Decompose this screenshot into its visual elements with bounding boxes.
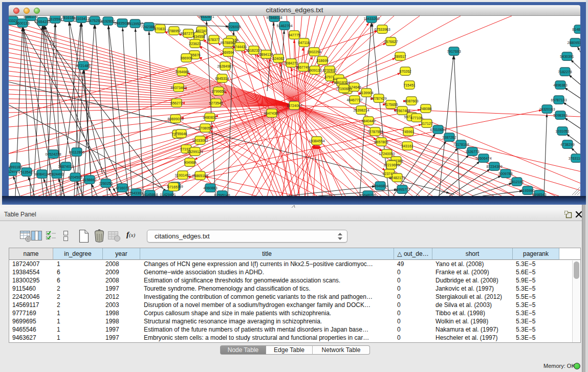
svg-text:51462704: 51462704	[276, 24, 292, 28]
svg-text:97848018: 97848018	[266, 16, 282, 19]
svg-text:671657: 671657	[167, 185, 179, 189]
svg-text:72787558: 72787558	[367, 130, 383, 134]
svg-text:6204505: 6204505	[68, 176, 82, 179]
svg-text:3387262: 3387262	[442, 136, 456, 139]
svg-text:61595148: 61595148	[214, 193, 230, 196]
svg-text:755646: 755646	[175, 132, 187, 136]
svg-text:73178108: 73178108	[453, 143, 469, 146]
svg-text:1326773: 1326773	[465, 150, 479, 154]
svg-text:434558: 434558	[193, 35, 205, 38]
svg-text:0139904: 0139904	[359, 91, 373, 95]
svg-text:4192832: 4192832	[101, 19, 115, 23]
svg-text:1824493: 1824493	[50, 172, 63, 176]
svg-text:5430391: 5430391	[560, 55, 574, 58]
svg-text:6475255: 6475255	[88, 19, 101, 23]
svg-text:7182278: 7182278	[558, 70, 572, 74]
svg-text:317127: 317127	[421, 122, 432, 125]
svg-text:9909133: 9909133	[308, 69, 321, 72]
svg-text:5840449: 5840449	[361, 119, 375, 123]
svg-text:4216073: 4216073	[115, 186, 129, 190]
svg-text:1232812: 1232812	[322, 69, 336, 72]
svg-text:9480831: 9480831	[203, 116, 216, 119]
svg-text:904966: 904966	[184, 161, 195, 164]
svg-text:1615594: 1615594	[48, 17, 62, 21]
svg-text:29946804: 29946804	[372, 184, 388, 188]
svg-text:93103413: 93103413	[73, 17, 89, 20]
svg-text:870831: 870831	[154, 27, 166, 31]
svg-text:36995777: 36995777	[394, 188, 410, 191]
svg-text:9600133: 9600133	[15, 21, 29, 25]
svg-text:9894134: 9894134	[259, 53, 273, 56]
svg-text:5009788: 5009788	[498, 172, 512, 176]
svg-text:80699016: 80699016	[167, 117, 183, 121]
svg-text:77190659: 77190659	[336, 87, 352, 91]
svg-text:07482175: 07482175	[389, 176, 405, 180]
svg-text:80112805: 80112805	[69, 150, 85, 154]
svg-text:02787429: 02787429	[371, 97, 386, 100]
svg-text:4738299: 4738299	[560, 143, 574, 146]
svg-text:02606474: 02606474	[475, 157, 491, 160]
svg-text:248086: 248086	[420, 107, 431, 111]
svg-text:369594: 369594	[222, 51, 234, 54]
svg-text:89373467: 89373467	[170, 86, 186, 90]
svg-text:4060883: 4060883	[203, 186, 217, 190]
svg-text:65648236: 65648236	[360, 193, 376, 196]
svg-text:25135427: 25135427	[18, 170, 34, 174]
svg-text:05865185: 05865185	[192, 174, 208, 178]
svg-text:13433200: 13433200	[363, 17, 379, 20]
svg-text:477109: 477109	[410, 116, 422, 120]
svg-text:3799650: 3799650	[211, 90, 225, 93]
svg-text:1708053: 1708053	[198, 126, 212, 130]
svg-text:35182337: 35182337	[246, 49, 262, 52]
svg-text:5273545: 5273545	[209, 101, 223, 105]
svg-text:7917693: 7917693	[447, 50, 461, 53]
svg-text:5098393: 5098393	[553, 114, 567, 117]
svg-text:7991183: 7991183	[9, 165, 22, 169]
svg-text:715451: 715451	[403, 83, 415, 87]
svg-text:745961: 745961	[402, 130, 414, 134]
svg-text:6945314: 6945314	[215, 77, 229, 80]
svg-text:22219693: 22219693	[383, 163, 399, 167]
svg-text:48467737: 48467737	[346, 98, 362, 102]
svg-text:870262: 870262	[399, 70, 411, 73]
svg-text:8386379: 8386379	[24, 16, 37, 18]
svg-text:4896383: 4896383	[553, 83, 567, 87]
svg-text:8148932: 8148932	[572, 28, 580, 31]
svg-text:1226916: 1226916	[227, 25, 241, 29]
svg-text:8721489: 8721489	[76, 64, 90, 68]
svg-text:6998543: 6998543	[532, 193, 546, 196]
svg-text:2260256: 2260256	[99, 182, 113, 185]
svg-text:7054668: 7054668	[175, 70, 189, 74]
svg-text:318699: 318699	[316, 59, 328, 62]
svg-text:54145868: 54145868	[142, 193, 158, 196]
svg-text:8087603: 8087603	[404, 99, 418, 103]
svg-text:289517: 289517	[394, 55, 406, 58]
svg-text:10033092: 10033092	[192, 139, 208, 142]
svg-text:223623: 223623	[189, 42, 201, 46]
svg-text:34874016: 34874016	[58, 165, 74, 168]
svg-text:67010651: 67010651	[430, 128, 446, 132]
svg-text:98084124: 98084124	[34, 172, 50, 176]
svg-text:2788957: 2788957	[167, 29, 181, 33]
svg-text:17240050: 17240050	[379, 152, 395, 156]
svg-text:95788568: 95788568	[220, 41, 236, 45]
svg-text:366909: 366909	[180, 56, 192, 60]
svg-text:46474367: 46474367	[264, 112, 279, 115]
svg-text:3158692: 3158692	[82, 178, 96, 182]
svg-text:45299124: 45299124	[187, 150, 203, 154]
svg-text:656272: 656272	[170, 101, 182, 105]
svg-text:343161: 343161	[401, 144, 413, 148]
svg-text:93618324: 93618324	[334, 81, 350, 84]
svg-text:31931491: 31931491	[175, 173, 190, 177]
svg-text:37631165: 37631165	[569, 157, 580, 160]
svg-text:87234309: 87234309	[486, 165, 502, 168]
svg-text:0812191: 0812191	[510, 180, 524, 184]
svg-text:6193990: 6193990	[520, 189, 534, 192]
svg-text:00524278: 00524278	[45, 152, 61, 156]
svg-text:1031051: 1031051	[555, 129, 569, 133]
svg-text:96532871: 96532871	[198, 16, 214, 18]
svg-text:047116: 047116	[298, 41, 310, 45]
svg-text:1902294: 1902294	[307, 50, 321, 54]
svg-text:7175655: 7175655	[384, 103, 398, 106]
svg-text:947775: 947775	[288, 33, 300, 37]
